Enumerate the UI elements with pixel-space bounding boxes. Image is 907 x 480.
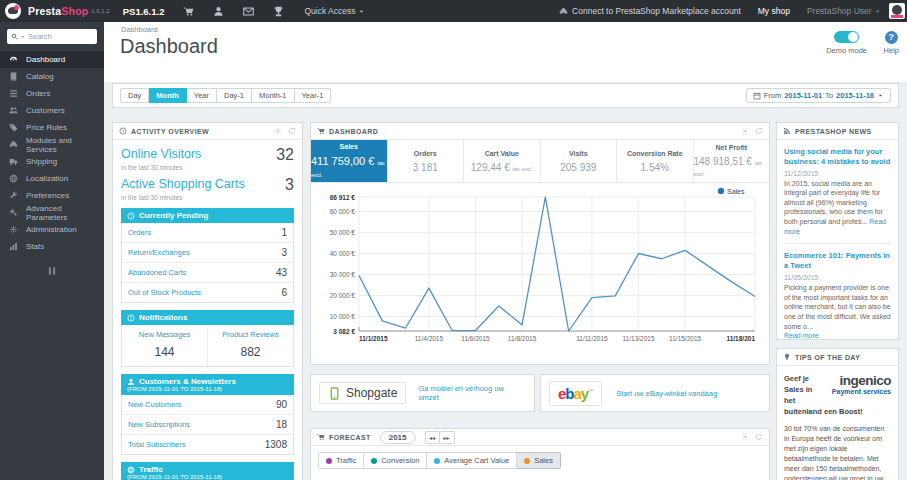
search-icon [11, 33, 18, 40]
traffic-dot-icon [326, 458, 332, 464]
cart-icon [317, 433, 325, 441]
shopgate-link[interactable]: Ga mobiel en verhoog uw omzet [418, 384, 526, 402]
bar-chart-icon [9, 242, 18, 251]
table-row[interactable]: Out of Stock Products6 [122, 283, 293, 302]
svg-text:11/15/2015: 11/15/2015 [669, 335, 701, 342]
svg-text:Sales: Sales [727, 188, 745, 195]
forecast-next-button[interactable]: ▸▸ [440, 431, 455, 444]
range-year-button[interactable]: Year [187, 88, 217, 103]
gear-icon[interactable] [741, 127, 749, 135]
legend-sales-button[interactable]: Sales [517, 452, 561, 469]
sidebar-item-customers[interactable]: Customers [0, 102, 104, 119]
sidebar-item-modules[interactable]: Modules and Services [0, 136, 104, 153]
sidebar-item-advanced-parameters[interactable]: Advanced Parameters [0, 204, 104, 221]
gear-icon[interactable] [274, 127, 282, 135]
kpi-net-profit[interactable]: Net Profit148 918,51 € tax excl. [694, 140, 770, 182]
new-messages-cell[interactable]: New Messages144 [122, 325, 207, 366]
calendar-icon [753, 92, 761, 100]
range-month-1-button[interactable]: Month-1 [252, 88, 295, 103]
brand-wordmark: PrestaShop [28, 5, 88, 17]
wrench-icon [9, 191, 18, 200]
range-year-1-button[interactable]: Year-1 [295, 88, 332, 103]
average-cart-value-dot-icon [434, 458, 440, 464]
activity-panel-header: ACTIVITY OVERVIEW [113, 123, 302, 140]
svg-text:60 000 €: 60 000 € [330, 208, 356, 215]
refresh-icon[interactable] [755, 127, 763, 135]
legend-traffic-button[interactable]: Traffic [318, 452, 364, 469]
marketplace-link[interactable]: Connect to PrestaShop Marketplace accoun… [559, 6, 741, 16]
refresh-icon[interactable] [755, 433, 763, 441]
kpi-conversion-rate[interactable]: Conversion Rate1.54% [617, 140, 694, 182]
ebay-link[interactable]: Start uw eBay-winkel vandaag [616, 389, 717, 398]
table-row[interactable]: Return/Exchanges3 [122, 243, 293, 263]
kpi-sales[interactable]: Sales411 759,00 € tax excl. [311, 140, 388, 182]
user-avatar[interactable] [889, 3, 905, 19]
svg-text:11/6/2015: 11/6/2015 [461, 335, 490, 342]
chevron-down-icon[interactable] [20, 34, 26, 40]
sidebar-item-administration[interactable]: Administration [0, 221, 104, 238]
phone-icon [328, 387, 341, 400]
sidebar: Dashboard Catalog Orders Customers Price… [0, 22, 104, 480]
sidebar-item-shipping[interactable]: Shipping [0, 153, 104, 170]
forecast-panel: FORECAST 2015 ◂◂ ▸▸ Traffic Conversion A… [310, 428, 770, 480]
mail-icon[interactable] [243, 6, 254, 17]
gear-icon[interactable] [741, 433, 749, 441]
dashboard-panel: DASHBOARD Sales411 759,00 € tax excl. Or… [310, 122, 770, 365]
sidebar-item-orders[interactable]: Orders [0, 85, 104, 102]
sidebar-item-dashboard[interactable]: Dashboard [0, 51, 104, 68]
table-row[interactable]: Total Subscribers1308 [122, 435, 293, 454]
chevron-down-icon [358, 8, 365, 15]
legend-average-cart-value-button[interactable]: Average Cart Value [427, 452, 517, 469]
prestashop-news-panel: PRESTASHOP NEWS Using social media for y… [776, 122, 899, 340]
kpi-orders[interactable]: Orders3 181 [388, 140, 465, 182]
range-day-button[interactable]: Day [120, 88, 149, 103]
chart-canvas: 66 912 €60 000 €50 000 €40 000 €30 000 €… [311, 183, 769, 363]
user-menu[interactable]: PrestaShop User [807, 6, 881, 16]
sidebar-item-preferences[interactable]: Preferences [0, 187, 104, 204]
sidebar-item-catalog[interactable]: Catalog [0, 68, 104, 85]
range-day-1-button[interactable]: Day-1 [217, 88, 252, 103]
legend-conversion-button[interactable]: Conversion [364, 452, 427, 469]
forecast-prev-button[interactable]: ◂◂ [425, 431, 440, 444]
gear-icon [9, 225, 18, 234]
puzzle-icon [9, 140, 18, 149]
news-article: Ecommerce 101: Payments in a Tweet 11/05… [784, 251, 891, 340]
range-month-button[interactable]: Month [149, 88, 187, 103]
range-button-group: Day Month Year Day-1 Month-1 Year-1 [120, 88, 331, 103]
user-icon[interactable] [213, 6, 224, 17]
date-range-picker[interactable]: From2015-11-01 To2015-11-18 [746, 88, 891, 103]
kpi-visits[interactable]: Visits205 939 [541, 140, 618, 182]
svg-text:11/1/2015: 11/1/2015 [359, 335, 388, 342]
truck-icon [9, 157, 18, 166]
demo-mode-toggle[interactable] [834, 31, 859, 43]
sidebar-item-price-rules[interactable]: Price Rules [0, 119, 104, 136]
table-row[interactable]: New Subscriptions18 [122, 415, 293, 435]
sidebar-item-localization[interactable]: Localization [0, 170, 104, 187]
read-more-link[interactable]: Read more [784, 332, 819, 339]
forecast-year[interactable]: 2015 [380, 431, 416, 444]
my-shop-link[interactable]: My shop [758, 6, 790, 16]
news-article-title[interactable]: Ecommerce 101: Payments in a Tweet [784, 251, 891, 271]
news-article: Using social media for your business: 4 … [784, 147, 891, 236]
help-button[interactable]: ? Help [884, 31, 899, 55]
table-row[interactable]: New Customers90 [122, 395, 293, 415]
divider [784, 243, 891, 244]
activity-overview-panel: ACTIVITY OVERVIEW Online Visitors 32 in … [112, 122, 303, 480]
collapse-menu-icon[interactable] [46, 265, 58, 277]
tips-body-text: 30 tot 70% van de consumenten in Europa … [784, 424, 891, 480]
refresh-icon[interactable] [288, 127, 296, 135]
cart-icon[interactable] [183, 6, 194, 17]
news-article-title[interactable]: Using social media for your business: 4 … [784, 147, 891, 167]
cart-icon [317, 127, 325, 135]
clock-icon [119, 127, 127, 135]
product-reviews-cell[interactable]: Product Reviews882 [207, 325, 293, 366]
quick-access-menu[interactable]: Quick Access [304, 6, 364, 16]
svg-text:11/8/2015: 11/8/2015 [508, 335, 537, 342]
svg-text:20 000 €: 20 000 € [330, 292, 356, 299]
table-row[interactable]: Orders1 [122, 223, 293, 243]
trophy-icon[interactable] [273, 6, 284, 17]
table-row[interactable]: Abandoned Carts43 [122, 263, 293, 283]
kpi-cart-value[interactable]: Cart Value129,44 € tax excl. [464, 140, 541, 182]
search-input[interactable] [28, 32, 83, 41]
sidebar-item-stats[interactable]: Stats [0, 238, 104, 255]
